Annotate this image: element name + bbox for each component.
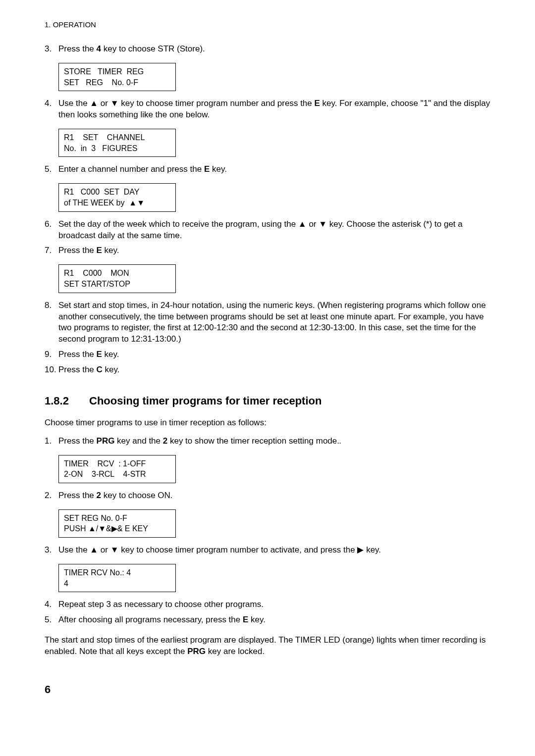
step-b3: 3. Use the or key to choose timer progra… bbox=[45, 545, 495, 556]
key-label: E bbox=[97, 246, 102, 255]
down-arrow-icon bbox=[319, 219, 327, 229]
text: Press the bbox=[58, 44, 97, 53]
step-7: 7. Press the E key. bbox=[45, 245, 495, 256]
lcd-display: STORE TIMER REG SET REG No. 0-F bbox=[58, 63, 176, 91]
text: key. bbox=[210, 164, 227, 174]
step-number: 5. bbox=[45, 164, 58, 175]
text: key are locked. bbox=[206, 647, 265, 656]
key-label: PRG bbox=[97, 436, 115, 446]
text: key. bbox=[248, 615, 266, 624]
text: key to choose STR (Store). bbox=[101, 44, 205, 53]
text: After choosing all programs necessary, p… bbox=[58, 615, 243, 624]
step-b1: 1. Press the PRG key and the 2 key to sh… bbox=[45, 436, 495, 447]
step-text: Press the 2 key to choose ON. bbox=[58, 490, 495, 502]
key-label: C bbox=[97, 365, 103, 374]
text: key. bbox=[102, 246, 119, 255]
key-label: E bbox=[315, 99, 320, 108]
text: or bbox=[98, 99, 110, 108]
intro-text: Choose timer programs to use in timer re… bbox=[45, 417, 495, 429]
text: Press the bbox=[58, 246, 97, 255]
text: key. bbox=[103, 365, 120, 374]
text: Press the bbox=[58, 365, 97, 374]
step-number: 4. bbox=[45, 599, 58, 610]
text: The start and stop times of the earliest… bbox=[45, 635, 485, 656]
text: Press the bbox=[58, 436, 97, 446]
step-number: 3. bbox=[45, 44, 58, 55]
step-number: 8. bbox=[45, 300, 58, 346]
heading-title: Choosing timer programs for timer recept… bbox=[89, 395, 321, 407]
step-4: 4. Use the or key to choose timer progra… bbox=[45, 98, 495, 121]
text: key to choose timer program number to ac… bbox=[119, 545, 358, 554]
step-b2: 2. Press the 2 key to choose ON. bbox=[45, 490, 495, 502]
key-label: PRG bbox=[187, 647, 206, 656]
step-number: 10. bbox=[45, 364, 58, 376]
step-text: Press the PRG key and the 2 key to show … bbox=[58, 436, 495, 447]
step-9: 9. Press the E key. bbox=[45, 349, 495, 360]
text: key and the bbox=[114, 436, 162, 446]
down-arrow-icon bbox=[110, 545, 119, 554]
step-text: Set the day of the week which to receive… bbox=[58, 219, 495, 242]
text: Press the bbox=[58, 350, 97, 359]
section-header: 1. OPERATION bbox=[45, 20, 495, 30]
text: Use the bbox=[58, 99, 90, 108]
up-arrow-icon bbox=[90, 545, 98, 554]
key-label: E bbox=[97, 350, 102, 359]
step-text: Enter a channel number and press the E k… bbox=[58, 164, 495, 175]
up-arrow-icon bbox=[298, 219, 307, 229]
text: key to choose timer program number and p… bbox=[119, 99, 315, 108]
key-label: 2 bbox=[163, 436, 167, 446]
step-text: Use the or key to choose timer program n… bbox=[58, 545, 495, 556]
step-number: 9. bbox=[45, 349, 58, 360]
text: Set the day of the week which to receive… bbox=[58, 219, 298, 229]
lcd-display: TIMER RCV : 1-OFF 2-ON 3-RCL 4-STR bbox=[58, 455, 176, 483]
text: or bbox=[307, 219, 319, 229]
right-arrow-icon bbox=[357, 545, 364, 554]
step-text: Press the 4 key to choose STR (Store). bbox=[58, 44, 495, 55]
closing-paragraph: The start and stop times of the earliest… bbox=[45, 635, 495, 657]
text: key to choose ON. bbox=[101, 491, 173, 500]
lcd-display: R1 SET CHANNEL No. in 3 FIGURES bbox=[58, 129, 176, 157]
lcd-display: SET REG No. 0-F PUSH ▲/▼&▶& E KEY bbox=[58, 509, 176, 538]
lcd-display: TIMER RCV No.: 4 4 bbox=[58, 564, 176, 592]
lcd-display: R1 C000 SET DAY of THE WEEK by ▲▼ bbox=[58, 183, 176, 211]
step-text: Press the C key. bbox=[58, 364, 495, 376]
step-10: 10. Press the C key. bbox=[45, 364, 495, 376]
page-number: 6 bbox=[45, 682, 495, 697]
step-text: After choosing all programs necessary, p… bbox=[58, 614, 495, 626]
step-text: Set start and stop times, in 24-hour not… bbox=[58, 300, 495, 346]
step-number: 4. bbox=[45, 98, 58, 121]
step-6: 6. Set the day of the week which to rece… bbox=[45, 219, 495, 242]
key-label: 4 bbox=[97, 44, 101, 53]
up-arrow-icon bbox=[90, 99, 98, 108]
step-5: 5. Enter a channel number and press the … bbox=[45, 164, 495, 175]
step-number: 2. bbox=[45, 490, 58, 502]
italic-period: . bbox=[339, 436, 342, 446]
step-text: Use the or key to choose timer program n… bbox=[58, 98, 495, 121]
step-number: 6. bbox=[45, 219, 58, 242]
key-label: 2 bbox=[97, 491, 101, 500]
step-text: Press the E key. bbox=[58, 349, 495, 360]
step-8: 8. Set start and stop times, in 24-hour … bbox=[45, 300, 495, 346]
step-text: Press the E key. bbox=[58, 245, 495, 256]
subsection-heading: 1.8.2Choosing timer programs for timer r… bbox=[45, 394, 495, 408]
step-number: 1. bbox=[45, 436, 58, 447]
step-number: 5. bbox=[45, 614, 58, 626]
text: Enter a channel number and press the bbox=[58, 164, 204, 174]
step-number: 7. bbox=[45, 245, 58, 256]
text: or bbox=[98, 545, 110, 554]
heading-number: 1.8.2 bbox=[45, 394, 89, 408]
text: Press the bbox=[58, 491, 97, 500]
key-label: E bbox=[243, 615, 248, 624]
step-b4: 4. Repeat step 3 as necessary to choose … bbox=[45, 599, 495, 610]
text: key. bbox=[364, 545, 381, 554]
key-label: E bbox=[204, 164, 210, 174]
step-3: 3. Press the 4 key to choose STR (Store)… bbox=[45, 44, 495, 55]
text: key. bbox=[102, 350, 119, 359]
lcd-display: R1 C000 MON SET START/STOP bbox=[58, 264, 176, 293]
down-arrow-icon bbox=[110, 99, 119, 108]
text: Use the bbox=[58, 545, 90, 554]
text: key to show the timer reception setting … bbox=[167, 436, 339, 446]
step-number: 3. bbox=[45, 545, 58, 556]
step-text: Repeat step 3 as necessary to choose oth… bbox=[58, 599, 495, 610]
step-b5: 5. After choosing all programs necessary… bbox=[45, 614, 495, 626]
